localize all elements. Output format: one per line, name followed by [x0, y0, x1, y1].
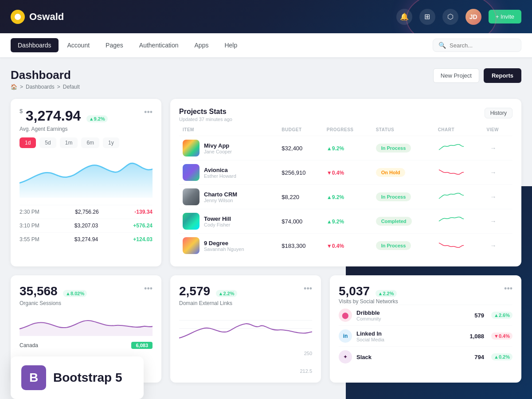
- project-avatar-9degree: [183, 237, 200, 254]
- table-row: Tower Hill Cody Fisher $74,000 ▲9.2% Com…: [179, 209, 512, 234]
- projects-title: Projects Stats: [179, 108, 232, 116]
- social-more-button[interactable]: •••: [504, 284, 512, 293]
- reports-button[interactable]: Reports: [484, 68, 521, 83]
- grid-icon[interactable]: ⊞: [419, 9, 435, 25]
- topbar: Oswald 🔔 ⊞ ⬡ JD + Invite: [0, 0, 532, 33]
- view-button[interactable]: →: [486, 143, 500, 153]
- projects-header: Projects Stats Updated 37 minutes ago Hi…: [179, 108, 512, 122]
- status-badge: On Hold: [376, 168, 406, 177]
- external-links-card: 2,579 ▲2.2% Domain External Links ••• 25…: [170, 275, 321, 383]
- filter-6m[interactable]: 6m: [81, 137, 99, 148]
- project-name: Avionica: [204, 167, 236, 173]
- earnings-header: $ 3,274.94 ▲9.2% Avg. Agent Earnings •••: [20, 108, 153, 132]
- stats-amount-2: $3,207.03: [74, 223, 98, 229]
- page-header: Dashboard 🏠 > Dashboards > Default New P…: [11, 68, 521, 90]
- slack-icon: ✦: [339, 350, 352, 364]
- social-change-linkedin: ▼0.4%: [491, 332, 512, 340]
- country-row: Canada 6,083: [20, 342, 153, 349]
- social-amount: 5,037: [339, 284, 370, 298]
- content-area: Dashboard 🏠 > Dashboards > Default New P…: [0, 58, 532, 399]
- search-input[interactable]: [450, 42, 512, 49]
- progress-val: ▲9.2%: [327, 219, 344, 225]
- social-row-dribbble: ⬤ Dribbble Community 579 ▲2.6%: [339, 305, 512, 325]
- col-progress: PROGRESS: [323, 127, 372, 136]
- social-name-dribbble: Dribbble: [356, 309, 381, 316]
- view-button[interactable]: →: [486, 216, 500, 227]
- breadcrumb-dashboards[interactable]: Dashboards: [26, 84, 55, 90]
- project-item-cell: 9 Degree Savannah Nguyen: [183, 237, 274, 254]
- share-icon[interactable]: ⬡: [442, 9, 458, 25]
- breadcrumb-default: Default: [63, 84, 80, 90]
- ext-links-more-button[interactable]: •••: [304, 284, 312, 293]
- social-row-slack: ✦ Slack 794 ▲0.2%: [339, 346, 512, 367]
- app-name: Oswald: [29, 11, 64, 23]
- project-person: Savannah Nguyen: [204, 246, 244, 252]
- dribbble-icon: ⬤: [339, 309, 352, 322]
- project-avatar-mivy: [183, 140, 200, 156]
- project-name: Mivy App: [204, 142, 232, 149]
- project-item-cell: Avionica Esther Howard: [183, 164, 274, 181]
- breadcrumb-home[interactable]: 🏠: [11, 84, 17, 90]
- view-button[interactable]: →: [486, 240, 500, 251]
- filter-5d[interactable]: 5d: [39, 137, 56, 148]
- earnings-more-button[interactable]: •••: [144, 108, 153, 117]
- earnings-value-row: $ 3,274.94 ▲9.2%: [20, 108, 108, 124]
- invite-button[interactable]: + Invite: [489, 10, 521, 23]
- project-person: Cody Fisher: [204, 222, 231, 227]
- nav-item-apps[interactable]: Apps: [188, 38, 216, 52]
- nav-item-pages[interactable]: Pages: [98, 38, 130, 52]
- social-card: 5,037 ▲2.2% Visits by Social Networks ••…: [330, 275, 521, 383]
- nav-item-account[interactable]: Account: [60, 38, 97, 52]
- history-button[interactable]: History: [485, 108, 512, 118]
- progress-val: ▲9.2%: [327, 194, 344, 200]
- table-row: Charto CRM Jenny Wilson $8,220 ▲9.2% In …: [179, 185, 512, 209]
- earnings-card: $ 3,274.94 ▲9.2% Avg. Agent Earnings •••…: [11, 99, 161, 266]
- social-row-linkedin: in Linked In Social Media 1,088 ▼0.4%: [339, 325, 512, 346]
- ext-links-chart: [179, 311, 312, 346]
- budget-val: $8,220: [282, 194, 299, 200]
- nav-item-authentication[interactable]: Authentication: [132, 38, 186, 52]
- social-change-slack: ▲0.2%: [491, 353, 512, 360]
- stats-row-1: 2:30 PM $2,756.26 -139.34: [20, 205, 153, 219]
- table-row: Avionica Esther Howard $256,910 ▼0.4% On…: [179, 160, 512, 185]
- stats-change-2: +576.24: [133, 223, 153, 229]
- filter-1d[interactable]: 1d: [20, 137, 36, 148]
- social-change-dribbble: ▲2.6%: [491, 312, 512, 319]
- new-project-button[interactable]: New Project: [433, 68, 479, 83]
- sessions-more-button[interactable]: •••: [144, 284, 153, 293]
- col-view: VIEW: [483, 127, 512, 136]
- stats-row-2: 3:10 PM $3,207.03 +576.24: [20, 219, 153, 232]
- project-name: 9 Degree: [204, 240, 244, 246]
- project-item-cell: Charto CRM Jenny Wilson: [183, 188, 274, 205]
- social-name-slack: Slack: [356, 354, 372, 360]
- progress-val: ▲9.2%: [327, 145, 344, 152]
- project-avatar-charto: [183, 188, 200, 205]
- projects-card: Projects Stats Updated 37 minutes ago Hi…: [170, 99, 521, 266]
- logo-area: Oswald: [11, 10, 64, 24]
- avatar[interactable]: JD: [466, 9, 481, 25]
- project-name: Tower Hill: [204, 215, 231, 222]
- chart-label-2: 212.5: [179, 368, 312, 374]
- ext-links-amount: 2,579: [179, 284, 210, 298]
- stats-amount-1: $2,756.26: [75, 209, 98, 215]
- status-badge: In Process: [376, 192, 411, 201]
- linkedin-icon: in: [339, 329, 352, 343]
- time-filters: 1d 5d 1m 6m 1y: [20, 137, 153, 148]
- table-row: Mivy App Jane Cooper $32,400 ▲9.2% In Pr…: [179, 136, 512, 160]
- view-button[interactable]: →: [486, 192, 500, 202]
- social-type-dribbble: Community: [356, 316, 381, 321]
- progress-val: ▼0.4%: [327, 243, 344, 249]
- col-item: ITEM: [179, 127, 278, 136]
- nav-item-help[interactable]: Help: [217, 38, 244, 52]
- view-button[interactable]: →: [486, 167, 500, 178]
- nav-item-dashboards[interactable]: Dashboards: [11, 38, 59, 52]
- notifications-icon[interactable]: 🔔: [396, 9, 412, 25]
- nav-items: Dashboards Account Pages Authentication …: [11, 38, 244, 52]
- bootstrap-overlay: B Bootstrap 5: [11, 356, 144, 399]
- stats-time-1: 2:30 PM: [20, 209, 39, 215]
- search-icon: 🔍: [438, 42, 446, 49]
- filter-1m[interactable]: 1m: [60, 137, 78, 148]
- sessions-amount: 35,568: [20, 284, 58, 298]
- filter-1y[interactable]: 1y: [103, 137, 119, 148]
- stats-amount-3: $3,274.94: [74, 236, 98, 243]
